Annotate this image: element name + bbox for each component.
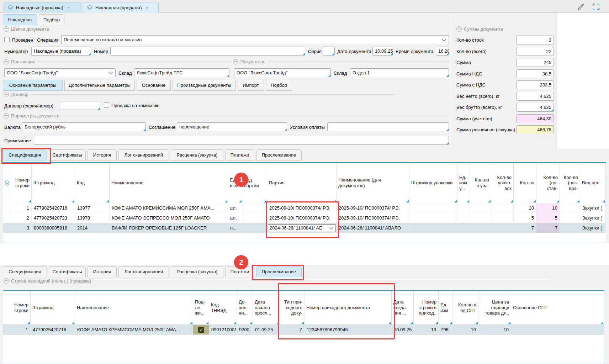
note-field[interactable] xyxy=(34,136,449,145)
doc-date-field[interactable]: 10.09.25 xyxy=(372,47,393,56)
cell-tnved-code[interactable]: 0901210001 xyxy=(209,325,237,334)
header-cell-row-number[interactable]: Номер строки xyxy=(3,291,31,325)
cell-row-number[interactable]: 1 xyxy=(11,203,32,213)
cell-pack-unit[interactable] xyxy=(457,213,470,223)
collapse-icon[interactable] xyxy=(4,59,9,64)
cell-filter[interactable] xyxy=(3,213,11,223)
doc-tab-nakladnye-prodazha[interactable]: Накладные (продажа) × xyxy=(4,2,81,13)
cell-barcode[interactable]: 8000380005918 xyxy=(32,223,75,233)
cell-pack-barcode[interactable] xyxy=(409,213,457,223)
header-cell-pack-count[interactable]: Кол-во упако- вок xyxy=(491,163,514,203)
header-cell-trace-start-date[interactable]: Дата начала просл... xyxy=(253,291,280,325)
header-cell-subject-flag[interactable]: Под- ле- жи... xyxy=(193,291,209,325)
cell-batch-code[interactable] xyxy=(242,223,267,233)
tab-log-skanirovanij[interactable]: Лог сканирований xyxy=(118,149,169,160)
sum-field-4[interactable]: 283,5 xyxy=(517,80,554,89)
header-cell-name[interactable]: Наименование xyxy=(110,163,228,203)
cell-qty[interactable]: 7 xyxy=(514,223,536,233)
numerator-field[interactable]: Накладные (продажа) xyxy=(31,47,91,56)
tab-proslezhivanie[interactable]: Прослеживание xyxy=(256,266,302,277)
series-field[interactable] xyxy=(323,47,335,56)
cell-pack-unit[interactable] xyxy=(457,203,470,213)
header-cell-price-type[interactable]: Вид цен xyxy=(580,163,606,203)
cell-name[interactable]: КОФЕ АМАТО КРЕМИССИМА МОЛ 250Г АМА... xyxy=(75,325,193,334)
collapse-icon[interactable] xyxy=(4,92,9,97)
number-field[interactable] xyxy=(110,47,305,56)
cell-unit[interactable]: 796 xyxy=(439,325,453,334)
header-cell-qty-in-pack[interactable]: Кол-во в упа- xyxy=(470,163,491,203)
header-cell-qty-spt[interactable]: Кол-во в ед.СПТ xyxy=(453,291,478,325)
cell-income-doc-type[interactable]: 7 xyxy=(280,325,304,334)
tab-osnovnye-parametry[interactable]: Основные параметры xyxy=(3,80,63,91)
filter-icon[interactable] xyxy=(5,180,9,186)
table-row[interactable]: 14779025420716КОФЕ АМАТО КРЕМИССИМА МОЛ … xyxy=(3,325,604,335)
cell-barcode[interactable]: 4779025420723 xyxy=(32,213,75,223)
buyer-warehouse-field[interactable]: Отдел 1 xyxy=(350,68,449,77)
cell-qty-spt[interactable]: 10 xyxy=(453,325,478,334)
proveden-checkbox[interactable] xyxy=(4,37,10,42)
cell-pack-unit[interactable] xyxy=(457,223,470,233)
tab-rascenka-zakupka[interactable]: Расценка (закупка) xyxy=(171,149,223,160)
cell-batch[interactable]: 2024-06-26/ 1100841/ АЕ xyxy=(267,223,337,233)
header-cell-additional[interactable]: До- пол- ни... xyxy=(237,291,253,325)
commission-checkbox[interactable] xyxy=(104,102,109,108)
tab-log-skanirovanij[interactable]: Лог сканирований xyxy=(118,266,169,277)
cell-income-doc-number[interactable]: 1234567896799945 xyxy=(304,325,392,334)
cell-subject-flag[interactable]: ✓ xyxy=(193,325,209,334)
sum-field-5[interactable]: 4,625 xyxy=(517,92,554,101)
cell-row-number[interactable]: 3 xyxy=(11,223,32,233)
header-cell-row-number[interactable]: Номер строки xyxy=(11,163,32,203)
sum-field-7[interactable]: 464,30 xyxy=(517,114,554,123)
cell-qty-returned[interactable] xyxy=(560,223,580,233)
payment-terms-field[interactable] xyxy=(327,122,449,131)
cell-qty-supplied[interactable]: 5 xyxy=(536,213,560,223)
cell-income-row-number[interactable]: 13 xyxy=(414,325,439,334)
tab-istoriya[interactable]: История xyxy=(88,149,117,160)
tab-rascenka-zakupka[interactable]: Расценка (закупка) xyxy=(171,266,223,277)
header-cell-pack-barcode[interactable]: Штрихкод упаковки xyxy=(409,163,457,203)
cell-trace-start-date[interactable]: 01.09.25 xyxy=(253,325,280,334)
cell-doc-name[interactable]: 2025-09-10/ ПС0000374/ РЭ, xyxy=(337,213,409,223)
cell-qty-in-pack[interactable] xyxy=(470,223,491,233)
cell-price-type[interactable]: Закупки ( xyxy=(580,213,606,223)
tab-osnovanie[interactable]: Основание xyxy=(137,80,171,91)
cell-additional[interactable]: 9200 xyxy=(237,325,253,334)
edit-icon[interactable] xyxy=(577,2,585,11)
header-cell-doc-name[interactable]: Наименование (для документов) xyxy=(337,163,409,203)
cell-name[interactable]: ВАФЛИ ЛОКЕР ОРЕХОВЫЕ 125Г LOACKER xyxy=(110,223,228,233)
tab-sertifikaty[interactable]: Сертификаты xyxy=(49,266,86,277)
currency-field[interactable]: Белорусский рубль xyxy=(22,122,146,131)
header-cell-qty[interactable]: Кол-во xyxy=(514,163,536,203)
cell-unit[interactable]: п... xyxy=(228,223,242,233)
header-cell-qty-supplied[interactable]: Кол-во (по- став- xyxy=(536,163,560,203)
table-row[interactable]: 1477902542071613977КОФЕ АМАТО КРЕМИССИМА… xyxy=(3,203,606,213)
close-icon[interactable]: × xyxy=(146,5,149,10)
cell-batch-code[interactable] xyxy=(242,213,267,223)
cell-barcode[interactable]: 4779025420716 xyxy=(31,325,75,334)
header-cell-tnved-code[interactable]: Код ТНВЭД xyxy=(209,291,237,325)
header-cell-batch[interactable]: Партия xyxy=(267,163,337,203)
cell-qty-in-pack[interactable] xyxy=(470,213,491,223)
cell-unit[interactable]: шт. xyxy=(228,203,242,213)
fullscreen-icon[interactable] xyxy=(592,2,600,11)
header-cell-barcode[interactable]: Штрихкод xyxy=(32,163,75,203)
cell-batch[interactable]: 2025-09-10/ ПС0000374/ РЭ, xyxy=(267,203,337,213)
cell-qty[interactable]: 10 xyxy=(514,203,536,213)
tab-specifikaciya[interactable]: Спецификация xyxy=(3,149,47,160)
cell-spt-basis[interactable] xyxy=(511,325,604,334)
tab-nakladnaya[interactable]: Накладная xyxy=(3,14,37,25)
tab-podbor[interactable]: Подбор xyxy=(266,80,292,91)
supplier-warehouse-field[interactable]: ЛюксСофтТрейд ТРС xyxy=(134,68,229,77)
operation-select[interactable]: Перемещение со склада на магазин xyxy=(61,35,449,44)
table-row[interactable]: 380003800059182014ВАФЛИ ЛОКЕР ОРЕХОВЫЕ 1… xyxy=(3,223,606,233)
contract-number-field[interactable] xyxy=(59,101,100,110)
tab-import[interactable]: Импорт xyxy=(238,80,264,91)
cell-pack-barcode[interactable] xyxy=(409,223,457,233)
cell-batch[interactable]: 2025-09-10/ ПС0000374/ РЭ, xyxy=(267,213,337,223)
tab-sertifikaty[interactable]: Сертификаты xyxy=(49,149,86,160)
sum-field-2[interactable]: 245 xyxy=(517,58,554,67)
checkbox-checked-icon[interactable]: ✓ xyxy=(198,327,204,333)
doc-time-field[interactable]: 16:28 xyxy=(436,47,449,56)
cell-row-number[interactable]: 1 xyxy=(3,325,31,334)
cell-unit[interactable]: шт. xyxy=(228,213,242,223)
